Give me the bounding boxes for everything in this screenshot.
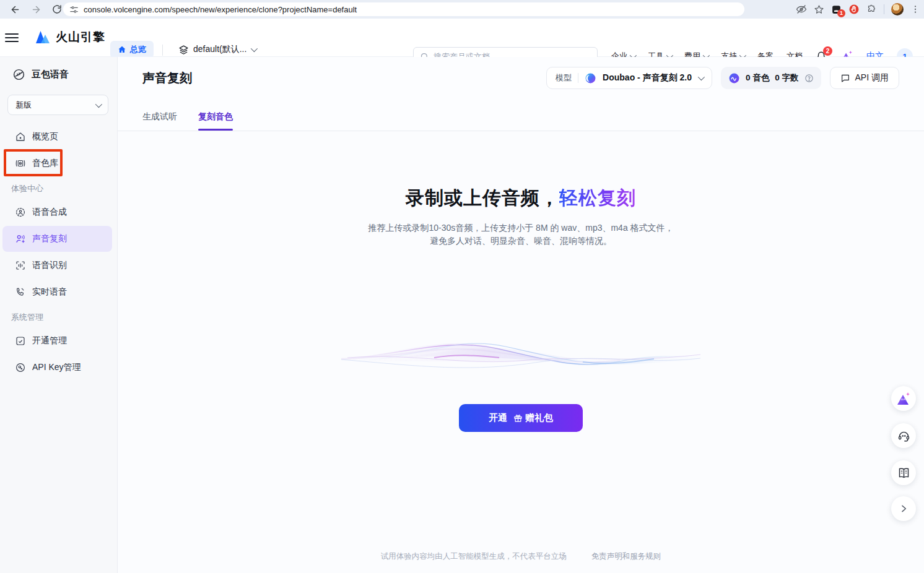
hero-title-plain: 录制或上传音频， [406,187,559,208]
voice-count: 0 音色 [746,72,769,84]
address-bar[interactable]: console.volcengine.com/speech/new/experi… [63,2,744,16]
usage-stats: 0 音色 0 字数 [721,67,821,89]
sidebar-item-tts[interactable]: 语音合成 [2,199,112,225]
logo-text: 火山引擎 [56,29,105,45]
page-header: 声音复刻 模型 Doubao - 声音复刻 2.0 0 音色 [118,57,924,131]
model-selector[interactable]: 模型 Doubao - 声音复刻 2.0 [546,67,712,89]
home-icon [118,45,126,54]
hero-description: 推荐上传或录制10-30s音频，上传支持小于 8M 的 wav、mp3、m4a … [118,222,924,248]
sidebar-section-experience: 体验中心 [0,179,117,199]
back-icon[interactable] [7,2,22,17]
activate-label: 开通 [489,412,507,424]
tab-bar: 生成试听 复刻音色 [142,111,233,131]
version-selector[interactable]: 新版 [7,95,108,115]
url-text[interactable]: console.volcengine.com/speech/new/experi… [84,5,357,14]
blocker-icon[interactable] [848,4,860,15]
reload-icon[interactable] [50,2,64,17]
browser-toolbar: console.volcengine.com/speech/new/experi… [0,0,924,19]
headset-icon [897,429,910,442]
docs-button[interactable] [891,460,916,485]
page-footer: 试用体验内容均由人工智能模型生成，不代表平台立场免责声明和服务规则 [118,551,924,562]
volcengine-logo-icon [34,30,51,45]
header-divider [162,45,163,56]
notification-badge: 2 [823,46,832,56]
api-call-button[interactable]: API 调用 [830,67,899,89]
page-title: 声音复刻 [142,70,192,87]
asr-icon [15,260,26,271]
product-header[interactable]: 豆包语音 [0,57,117,81]
divider [578,73,578,83]
chevron-down-icon [698,74,705,80]
voice-clone-icon [15,233,26,244]
sidebar-item-asr[interactable]: 语音识别 [2,252,112,278]
puzzle-icon[interactable] [866,4,877,15]
model-label: 模型 [556,72,572,84]
eye-off-icon[interactable] [796,4,807,15]
customer-service-button[interactable] [891,423,916,448]
site-info-icon[interactable] [69,5,79,14]
sidebar-item-overview[interactable]: 概览页 [2,124,112,150]
bookmark-star-icon[interactable] [814,4,824,15]
usage-coin-icon [728,72,740,84]
char-count: 0 字数 [775,72,798,84]
model-value: Doubao - 声音复刻 2.0 [603,72,692,84]
toolbar-divider [884,4,884,14]
extension-badge: 1 [837,9,845,17]
tab-clone-voice[interactable]: 复刻音色 [198,111,233,131]
tts-icon [15,207,26,218]
gift-icon [513,413,523,423]
sidebar-item-activation[interactable]: 开通管理 [2,328,112,354]
main-content: 声音复刻 模型 Doubao - 声音复刻 2.0 0 音色 [118,57,924,573]
hero-title-gradient: 轻松复刻 [559,187,636,208]
hero-desc-line1: 推荐上传或录制10-30s音频，上传支持小于 8M 的 wav、mp3、m4a … [118,222,924,235]
sidebar: 豆包语音 新版 概览页 音色库 体验中心 语音合成 声音复刻 语音识别 [0,57,118,573]
sidebar-section-system: 系统管理 [0,308,117,327]
sidebar-item-realtime-voice[interactable]: 实时语音 [2,279,112,305]
chevron-down-icon [95,100,102,107]
hero-desc-line2: 避免多人对话、明显杂音、噪音、混响等情况。 [118,235,924,248]
api-call-label: API 调用 [855,72,889,84]
tab-generate-audition[interactable]: 生成试听 [142,111,177,131]
hamburger-icon[interactable] [5,32,19,44]
hero-section: 录制或上传音频，轻松复刻 推荐上传或录制10-30s音频，上传支持小于 8M 的… [118,131,924,573]
sidebar-item-voice-library[interactable]: 音色库 [2,150,112,176]
extension-icon[interactable]: 1 [831,4,842,15]
chevron-right-icon [899,504,909,514]
volcano-ai-icon [896,392,911,405]
activate-button[interactable]: 开通 赠礼包 [459,404,583,432]
activation-icon [15,335,26,347]
disclaimer-link[interactable]: 免责声明和服务规则 [591,552,661,561]
sidebar-item-api-key[interactable]: API Key管理 [2,355,112,381]
hero-title: 录制或上传音频，轻松复刻 [118,186,924,211]
volcengine-logo[interactable]: 火山引擎 [34,29,105,45]
product-title: 豆包语音 [32,69,69,80]
sidebar-item-voice-clone[interactable]: 声音复刻 [2,226,112,252]
docs-book-icon [897,467,910,480]
voice-library-icon [15,158,26,169]
app-header: 火山引擎 总览 default(默认... 搜索产品或文档 企业 工具 费用 支… [0,19,924,57]
waveform-graphic [341,323,700,385]
kebab-menu-icon[interactable] [910,4,920,14]
api-call-icon [840,73,850,83]
ai-assistant-float-button[interactable] [891,386,916,411]
doubao-voice-icon [12,68,25,81]
overview-icon [15,131,26,142]
project-selector[interactable]: default(默认... [178,44,256,55]
help-icon[interactable] [804,74,814,83]
doubao-model-icon [585,72,596,84]
realtime-voice-icon [15,286,26,298]
overview-label: 总览 [130,44,146,55]
api-key-icon [15,362,26,373]
chevron-down-icon [251,45,258,52]
project-name: default(默认... [193,44,246,55]
collapse-panel-button[interactable] [891,496,916,521]
profile-avatar[interactable] [891,3,904,15]
forward-icon[interactable] [28,2,43,17]
disclaimer-text: 试用体验内容均由人工智能模型生成，不代表平台立场 [381,552,567,561]
overview-nav[interactable]: 总览 [110,41,154,58]
gift-label: 赠礼包 [525,412,553,424]
project-stack-icon [178,45,189,55]
